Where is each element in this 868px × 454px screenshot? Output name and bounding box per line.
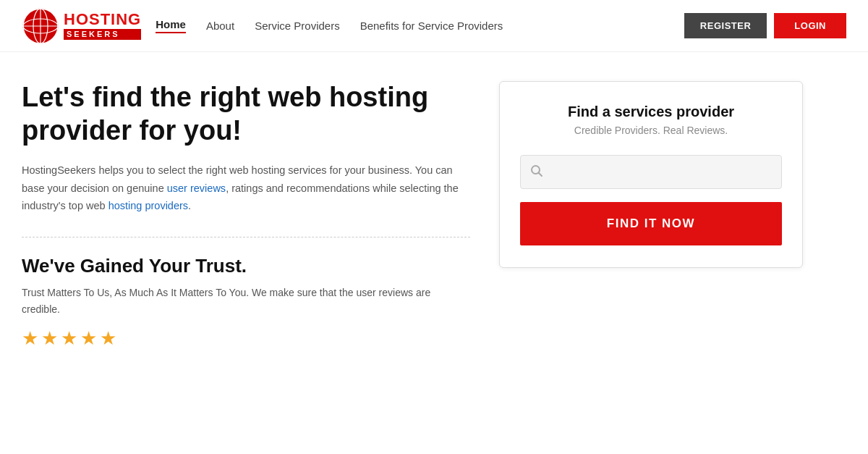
main-nav: Home About Service Providers Benefits fo…: [156, 18, 503, 33]
search-icon: [530, 164, 543, 180]
card-subtitle: Credible Providers. Real Reviews.: [520, 125, 782, 136]
star-5: ★: [100, 327, 116, 350]
left-section: Let's find the right web hosting provide…: [22, 81, 470, 350]
hosting-providers-link[interactable]: hosting providers: [109, 200, 188, 211]
nav-service-providers[interactable]: Service Providers: [255, 20, 340, 32]
search-card: Find a services provider Credible Provid…: [499, 81, 803, 268]
find-it-now-button[interactable]: FIND IT NOW: [520, 202, 782, 245]
hero-title: Let's find the right web hosting provide…: [22, 81, 470, 147]
star-1: ★: [22, 327, 38, 350]
star-4: ★: [80, 327, 97, 350]
logo: HOSTING SEEKERS: [22, 7, 141, 45]
register-button[interactable]: REGISTER: [684, 13, 767, 38]
logo-hosting: HOSTING: [64, 12, 141, 28]
card-title: Find a services provider: [520, 104, 782, 120]
search-input-wrapper: [520, 155, 782, 189]
logo-text: HOSTING SEEKERS: [64, 12, 141, 40]
star-2: ★: [41, 327, 58, 350]
right-section: Find a services provider Credible Provid…: [499, 81, 803, 350]
nav-home[interactable]: Home: [156, 18, 186, 33]
logo-seekers: SEEKERS: [64, 29, 141, 40]
user-reviews-link[interactable]: user reviews: [167, 182, 226, 194]
hero-description: HostingSeekers helps you to select the r…: [22, 161, 470, 215]
nav-benefits[interactable]: Benefits for Service Providers: [360, 20, 503, 32]
star-3: ★: [61, 327, 77, 350]
globe-icon: [22, 7, 59, 45]
star-rating: ★ ★ ★ ★ ★: [22, 327, 470, 350]
trust-title: We've Gained Your Trust.: [22, 255, 470, 277]
search-input[interactable]: [520, 155, 782, 189]
section-divider: [22, 237, 470, 237]
nav-about[interactable]: About: [206, 20, 234, 32]
trust-description: Trust Matters To Us, As Much As It Matte…: [22, 285, 470, 317]
svg-line-7: [539, 172, 542, 176]
main-content: Let's find the right web hosting provide…: [0, 52, 868, 371]
header-actions: REGISTER LOGIN: [684, 13, 846, 38]
login-button[interactable]: LOGIN: [774, 13, 846, 38]
